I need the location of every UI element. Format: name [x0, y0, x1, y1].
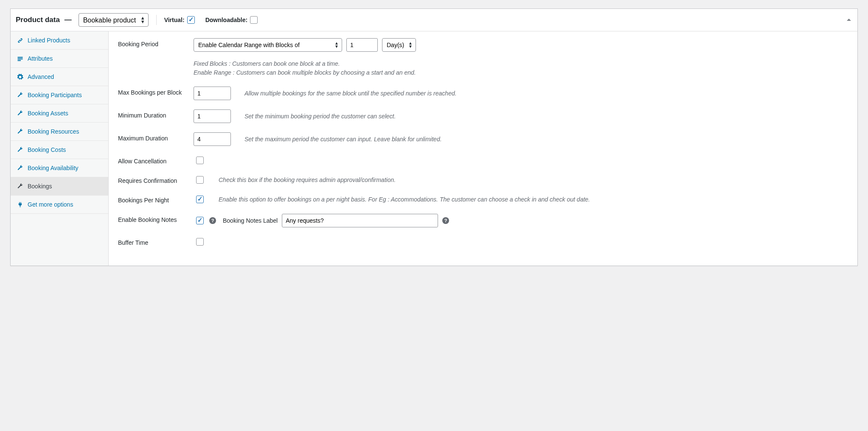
tab-label: Attributes [28, 55, 53, 62]
tab-bookings[interactable]: Bookings [11, 177, 108, 196]
tab-advanced[interactable]: Advanced [11, 68, 108, 86]
plug-icon [17, 201, 23, 208]
buffer-checkbox[interactable] [196, 238, 204, 246]
block-unit-select[interactable]: Day(s) [382, 38, 416, 52]
virtual-label: Virtual: [164, 15, 196, 25]
wrench-icon [17, 183, 23, 190]
row-enable-notes: Enable Booking Notes ? Booking Notes Lab… [118, 214, 848, 227]
max-duration-desc: Set the maximum period the customer can … [244, 136, 848, 143]
wrench-icon [17, 110, 23, 117]
bookings-content: Booking Period Enable Calendar Range wit… [109, 31, 857, 266]
block-count-input[interactable] [346, 38, 378, 52]
title-dash: — [65, 16, 72, 24]
panel-header: Product data — Bookable product ▲▼ Virtu… [11, 9, 857, 31]
notes-label: Booking Notes Label [223, 217, 278, 224]
tab-label: Booking Participants [28, 92, 82, 98]
row-max-bookings: Max Bookings per Block Allow multiple bo… [118, 87, 848, 100]
downloadable-label-text: Downloadable: [205, 17, 248, 23]
per-night-desc: Enable this option to offer bookings on … [219, 196, 848, 203]
min-duration-desc: Set the minimum booking period the custo… [244, 113, 848, 120]
tab-label: Booking Resources [28, 128, 79, 135]
wrench-icon [17, 92, 23, 98]
enable-notes-checkbox[interactable] [196, 217, 204, 224]
product-data-panel: Product data — Bookable product ▲▼ Virtu… [10, 8, 858, 266]
booking-period-help2: Enable Range : Customers can book multip… [194, 68, 848, 77]
booking-period-label: Booking Period [118, 38, 186, 48]
row-per-night: Bookings Per Night Enable this option to… [118, 194, 848, 204]
tab-label: Booking Availability [28, 165, 79, 171]
tab-label: Bookings [28, 183, 52, 190]
per-night-checkbox[interactable] [196, 196, 204, 203]
svg-rect-1 [17, 58, 22, 59]
tab-booking-availability[interactable]: Booking Availability [11, 159, 108, 177]
collapse-toggle[interactable] [846, 17, 851, 22]
tab-attributes[interactable]: Attributes [11, 50, 108, 68]
buffer-label: Buffer Time [118, 237, 186, 246]
row-requires-conf: Requires Confirmation Check this box if … [118, 175, 848, 185]
svg-rect-0 [17, 57, 22, 58]
tab-linked-products[interactable]: Linked Products [11, 31, 108, 50]
panel-title: Product data — [16, 16, 74, 24]
wrench-icon [17, 128, 23, 135]
allow-cancel-checkbox[interactable] [196, 157, 204, 164]
downloadable-checkbox[interactable] [250, 16, 258, 24]
tabs-sidebar: Linked ProductsAttributesAdvancedBooking… [11, 31, 109, 266]
notes-label-input[interactable] [282, 214, 438, 227]
max-duration-input[interactable] [194, 132, 231, 146]
requires-conf-desc: Check this box if the booking requires a… [219, 176, 848, 183]
max-duration-label: Maximum Duration [118, 132, 186, 142]
panel-body: Linked ProductsAttributesAdvancedBooking… [11, 31, 857, 266]
caret-up-icon [846, 17, 851, 22]
tab-label: Booking Costs [28, 146, 66, 153]
allow-cancel-label: Allow Cancellation [118, 155, 186, 165]
tab-label: Linked Products [28, 37, 70, 44]
tab-booking-resources[interactable]: Booking Resources [11, 123, 108, 141]
help-icon[interactable]: ? [442, 217, 449, 224]
tab-booking-participants[interactable]: Booking Participants [11, 86, 108, 104]
requires-conf-checkbox[interactable] [196, 176, 204, 184]
link-icon [17, 37, 23, 44]
tab-label: Advanced [28, 73, 54, 80]
header-divider [156, 15, 157, 25]
product-type-select[interactable]: Bookable product [79, 13, 149, 27]
tab-booking-assets[interactable]: Booking Assets [11, 104, 108, 123]
min-duration-label: Minimum Duration [118, 109, 186, 119]
svg-rect-2 [17, 60, 21, 61]
max-bookings-desc: Allow multiple bookings for the same blo… [244, 90, 848, 97]
per-night-label: Bookings Per Night [118, 194, 186, 204]
row-min-duration: Minimum Duration Set the minimum booking… [118, 109, 848, 123]
row-max-duration: Maximum Duration Set the maximum period … [118, 132, 848, 146]
wrench-icon [17, 165, 23, 171]
wrench-icon [17, 146, 23, 153]
max-bookings-input[interactable] [194, 87, 231, 100]
attr-icon [17, 55, 23, 62]
enable-notes-label: Enable Booking Notes [118, 214, 186, 223]
help-icon[interactable]: ? [209, 217, 216, 224]
tab-label: Get more options [28, 201, 73, 208]
downloadable-label: Downloadable: [205, 15, 259, 25]
min-duration-input[interactable] [194, 109, 231, 123]
tab-booking-costs[interactable]: Booking Costs [11, 141, 108, 159]
virtual-label-text: Virtual: [164, 17, 185, 23]
panel-title-text: Product data [16, 16, 60, 24]
virtual-checkbox[interactable] [187, 16, 195, 24]
gear-icon [17, 73, 23, 80]
tab-label: Booking Assets [28, 110, 68, 117]
row-booking-period: Booking Period Enable Calendar Range wit… [118, 38, 848, 77]
booking-period-help1: Fixed Blocks : Customers can book one bl… [194, 59, 848, 68]
row-buffer: Buffer Time [118, 237, 848, 247]
booking-period-select[interactable]: Enable Calendar Range with Blocks of [194, 38, 342, 52]
max-bookings-label: Max Bookings per Block [118, 87, 186, 96]
requires-conf-label: Requires Confirmation [118, 175, 186, 184]
tab-get-more-options[interactable]: Get more options [11, 196, 108, 214]
row-allow-cancel: Allow Cancellation [118, 155, 848, 165]
